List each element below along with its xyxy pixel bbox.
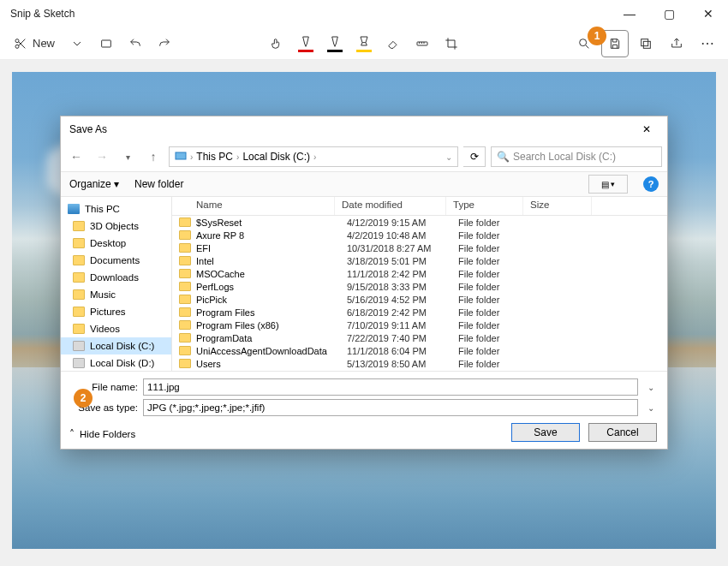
file-row[interactable]: PerfLogs9/15/2018 3:33 PMFile folder [172, 280, 667, 293]
new-snip-button[interactable]: New [7, 30, 62, 57]
minimize-button[interactable]: — [610, 0, 649, 27]
more-button[interactable]: ⋯ [694, 30, 721, 57]
row-type: File folder [458, 333, 535, 343]
view-mode-button[interactable]: ▤▾ [588, 175, 628, 194]
breadcrumb-dropdown[interactable]: ⌄ [445, 152, 452, 162]
eraser-button[interactable] [379, 30, 407, 57]
nav-recent-button[interactable]: ▾ [117, 146, 138, 167]
row-name: ProgramData [196, 333, 347, 343]
save-confirm-button[interactable]: Save [511, 423, 580, 442]
touch-writing-button[interactable] [263, 30, 290, 57]
new-folder-button[interactable]: New folder [134, 178, 183, 190]
cancel-button[interactable]: Cancel [588, 423, 657, 442]
crumb-drive[interactable]: Local Disk (C:) [242, 151, 310, 163]
tree-item[interactable]: Music [61, 286, 171, 303]
eraser-icon [386, 37, 400, 51]
row-type: File folder [458, 243, 535, 253]
file-row[interactable]: Users5/13/2019 8:50 AMFile folder [172, 357, 667, 370]
ruler-icon [415, 37, 429, 51]
nav-tree[interactable]: This PC3D ObjectsDesktopDocumentsDownloa… [61, 197, 172, 371]
refresh-button[interactable]: ⟳ [463, 146, 486, 167]
copy-icon [639, 37, 653, 51]
tree-item-label: Downloads [90, 272, 139, 283]
tree-item-icon [73, 255, 85, 265]
row-name: MSOCache [196, 269, 347, 279]
tree-item-label: Music [90, 289, 116, 300]
hand-icon [270, 37, 283, 51]
open-icon [99, 37, 113, 51]
copy-button[interactable] [632, 30, 659, 57]
app-toolbar: New ⋯ [0, 27, 728, 60]
new-label: New [33, 37, 55, 50]
row-date: 10/31/2018 8:27 AM [347, 243, 458, 253]
tree-item[interactable]: Documents [61, 252, 171, 269]
filetype-select[interactable] [143, 399, 638, 416]
highlighter-button[interactable] [350, 30, 378, 57]
save-icon [608, 37, 622, 51]
row-name: EFI [196, 243, 347, 253]
file-row[interactable]: ProgramData7/22/2019 7:40 PMFile folder [172, 331, 667, 344]
dialog-close-button[interactable]: ✕ [635, 120, 659, 139]
search-input[interactable]: 🔍 Search Local Disk (C:) [491, 146, 662, 167]
svg-rect-7 [176, 152, 186, 159]
file-row[interactable]: UniAccessAgentDownloadData11/1/2018 6:04… [172, 344, 667, 357]
crumb-this-pc[interactable]: This PC [196, 151, 233, 163]
pencil-button[interactable] [321, 30, 349, 57]
tree-item[interactable]: Local Disk (C:) [61, 337, 171, 354]
file-row[interactable]: EFI10/31/2018 8:27 AMFile folder [172, 241, 667, 254]
file-row[interactable]: Program Files6/18/2019 2:42 PMFile folde… [172, 306, 667, 319]
breadcrumb-bar[interactable]: › This PC › Local Disk (C:) › ⌄ [169, 146, 458, 167]
maximize-button[interactable]: ▢ [649, 0, 689, 27]
tree-item[interactable]: Videos [61, 320, 171, 337]
ruler-button[interactable] [409, 30, 436, 57]
col-name[interactable]: Name [172, 197, 335, 215]
folder-icon [179, 217, 191, 227]
tree-item-icon [73, 289, 85, 300]
close-button[interactable]: ✕ [689, 0, 728, 27]
organize-menu[interactable]: Organize ▾ [69, 178, 119, 190]
tree-item[interactable]: Pictures [61, 303, 171, 320]
list-header[interactable]: Name Date modified Type Size [172, 197, 667, 216]
nav-back-button[interactable]: ← [66, 146, 87, 167]
tree-item-icon [73, 341, 85, 351]
file-row[interactable]: PicPick5/16/2019 4:52 PMFile folder [172, 293, 667, 306]
folder-icon [179, 295, 191, 304]
file-row[interactable]: MSOCache11/1/2018 2:42 PMFile folder [172, 267, 667, 280]
redo-button[interactable] [151, 30, 178, 57]
row-date: 5/16/2019 4:52 PM [347, 295, 458, 305]
file-row[interactable]: $SysReset4/12/2019 9:15 AMFile folder [172, 216, 667, 229]
tree-item-label: 3D Objects [90, 221, 139, 231]
open-button[interactable] [92, 30, 120, 57]
tree-item[interactable]: 3D Objects [61, 217, 171, 235]
ballpoint-pen-button[interactable] [292, 30, 319, 57]
nav-up-button[interactable]: ↑ [143, 146, 164, 167]
svg-rect-3 [417, 42, 427, 45]
file-row[interactable]: Axure RP 84/2/2019 10:48 AMFile folder [172, 229, 667, 241]
row-date: 9/15/2018 3:33 PM [347, 282, 458, 292]
dialog-titlebar: Save As ✕ [61, 116, 667, 142]
filename-input[interactable] [143, 378, 638, 396]
col-type[interactable]: Type [446, 197, 523, 215]
nav-forward-button[interactable]: → [92, 146, 112, 167]
row-date: 4/2/2019 10:48 AM [347, 230, 458, 241]
folder-icon [179, 333, 191, 343]
filetype-dropdown[interactable]: ⌄ [643, 403, 659, 413]
tree-item[interactable]: Desktop [61, 235, 171, 252]
tree-item[interactable]: Downloads [61, 269, 171, 286]
share-button[interactable] [663, 30, 690, 57]
file-row[interactable]: Program Files (x86)7/10/2019 9:11 AMFile… [172, 319, 667, 331]
crop-button[interactable] [438, 30, 465, 57]
col-size[interactable]: Size [523, 197, 592, 215]
undo-icon [128, 37, 142, 51]
row-name: Program Files [196, 307, 347, 318]
undo-button[interactable] [122, 30, 149, 57]
dialog-body: This PC3D ObjectsDesktopDocumentsDownloa… [61, 197, 667, 371]
tree-item[interactable]: This PC [61, 200, 171, 217]
file-row[interactable]: Intel3/18/2019 5:01 PMFile folder [172, 254, 667, 267]
col-date[interactable]: Date modified [335, 197, 446, 215]
new-dropdown[interactable] [63, 30, 91, 57]
tree-item[interactable]: Local Disk (D:) [61, 354, 171, 371]
filename-dropdown[interactable]: ⌄ [643, 383, 659, 392]
row-date: 11/1/2018 6:04 PM [347, 346, 458, 356]
help-button[interactable]: ? [643, 176, 659, 192]
